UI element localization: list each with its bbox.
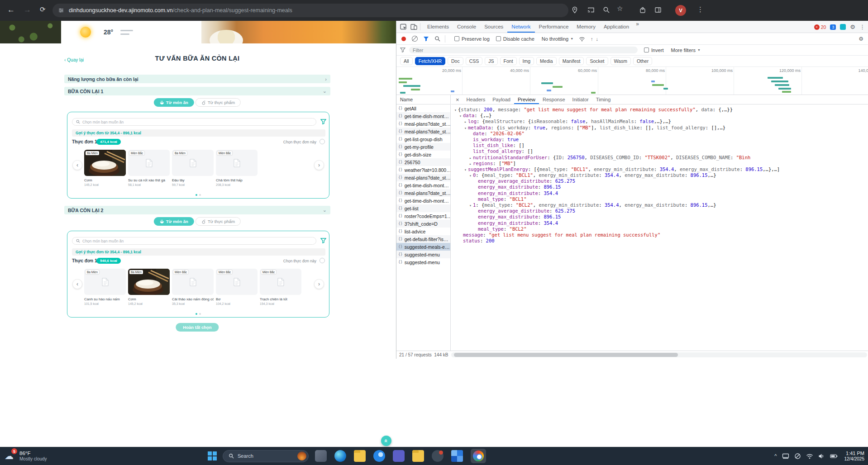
invert-checkbox[interactable]: Invert	[644, 47, 664, 53]
taskbar-app-icon[interactable]	[432, 450, 444, 462]
network-request-row[interactable]: {}roster?codeEmps=1…	[396, 212, 450, 220]
taskbar-clock[interactable]: 1:41 PM 12/4/2025	[844, 451, 865, 461]
network-request-row[interactable]: {}get-time-dish-mont…	[396, 112, 450, 120]
expand-arrow-open-icon[interactable]: ▾	[463, 125, 468, 131]
dot[interactable]	[199, 313, 201, 315]
tray-display-icon[interactable]	[782, 453, 789, 459]
filter-chip-doc[interactable]: Doc	[448, 57, 463, 65]
expand-arrow-closed-icon[interactable]: ▸	[468, 161, 473, 166]
tab-console[interactable]: Console	[453, 21, 480, 33]
filter-chip-fetch-xhr[interactable]: Fetch/XHR	[415, 57, 445, 65]
taskbar-app-icon[interactable]	[334, 450, 346, 462]
filter-chip-wasm[interactable]: Wasm	[610, 57, 631, 65]
network-request-row[interactable]: {}get-default-filter?is…	[396, 235, 450, 243]
detail-tab-timing[interactable]: Timing	[592, 95, 615, 104]
carousel-next-button[interactable]: ›	[314, 279, 324, 289]
carousel-next-button[interactable]: ›	[314, 160, 324, 170]
close-detail-icon[interactable]: ×	[451, 96, 463, 103]
tab-sources[interactable]: Sources	[480, 21, 507, 33]
horizontal-scrollbar[interactable]	[451, 352, 867, 357]
taskbar-app-icon[interactable]	[412, 450, 424, 462]
json-line[interactable]: ▸log: {mealStructure: {isReasonable: fal…	[453, 119, 868, 124]
cast-icon[interactable]	[587, 6, 595, 14]
expand-arrow-open-icon[interactable]: ▾	[468, 203, 473, 208]
tray-offline-icon[interactable]	[794, 453, 801, 460]
browser-menu-kebab-icon[interactable]: ⋮	[697, 5, 704, 14]
filter-chip-all[interactable]: All	[400, 57, 413, 65]
search-network-icon[interactable]	[434, 36, 440, 42]
devtools-settings-gear-icon[interactable]: ⚙	[850, 24, 855, 30]
taskbar-app-icon[interactable]	[451, 450, 463, 462]
choose-menu-radio[interactable]	[320, 258, 325, 263]
search-icon[interactable]	[603, 6, 611, 14]
network-request-row[interactable]: {}getAll	[396, 104, 450, 112]
carousel-prev-button[interactable]: ‹	[72, 279, 82, 289]
filter-chip-css[interactable]: CSS	[466, 57, 483, 65]
tab-performance[interactable]: Performance	[535, 21, 573, 33]
filter-chip-font[interactable]: Font	[500, 57, 517, 65]
network-request-row[interactable]: {}meal-plans?date_st…	[396, 128, 450, 135]
choose-menu-radio[interactable]	[320, 139, 325, 144]
dish-card[interactable]: Ba MiềnĐậu tây59,7 kcal	[172, 150, 214, 186]
network-request-row[interactable]: {}meal-plans?date_st…	[396, 189, 450, 197]
dot[interactable]	[199, 194, 201, 196]
tab-from-dishes[interactable]: Từ món ăn	[154, 217, 194, 226]
taskbar-search[interactable]: Search	[223, 450, 309, 462]
network-request-row[interactable]: {}get-list-group-dish	[396, 135, 450, 143]
dish-search-input[interactable]: Chọn món bạn muốn ăn	[72, 237, 316, 245]
dish-card[interactable]: Miền BắcChả tôm thịt hấp208,3 kcal	[216, 150, 258, 186]
throttling-dropdown[interactable]: No throttling▼	[542, 36, 573, 42]
expand-arrow-open-icon[interactable]: ▾	[468, 173, 473, 178]
extensions-icon[interactable]	[639, 6, 647, 14]
detail-tab-payload[interactable]: Payload	[489, 95, 514, 104]
taskbar-app-icon[interactable]	[354, 450, 366, 462]
network-conditions-icon[interactable]	[579, 36, 585, 42]
network-request-row[interactable]: {}meal-plans?date_st…	[396, 120, 450, 128]
json-line[interactable]: ▾{status: 200, message: "get list menu s…	[453, 107, 868, 113]
tab-network[interactable]: Network	[507, 21, 534, 33]
detail-tab-initiator[interactable]: Initiator	[569, 95, 592, 104]
checkbox[interactable]	[644, 47, 649, 52]
device-toolbar-icon[interactable]	[410, 24, 417, 30]
network-request-row[interactable]: {}suggested-menu	[396, 258, 450, 266]
detail-tab-response[interactable]: Response	[539, 95, 569, 104]
disable-cache-checkbox[interactable]: Disable cache	[496, 36, 534, 42]
filter-input[interactable]: Filter	[409, 47, 638, 53]
carousel-dots[interactable]	[196, 313, 201, 315]
scroll-to-top-button[interactable]: «	[381, 436, 391, 446]
expand-arrow-closed-icon[interactable]: ▸	[463, 119, 468, 124]
checkbox[interactable]	[454, 36, 459, 41]
clear-icon[interactable]	[412, 36, 418, 42]
expand-arrow-open-icon[interactable]: ▾	[463, 167, 468, 172]
network-overview[interactable]: 20,000 ms40,000 ms60,000 ms80,000 ms100,…	[396, 67, 868, 95]
battery-icon[interactable]	[830, 453, 838, 459]
carousel-dots[interactable]	[196, 194, 201, 196]
tab-from-foods[interactable]: Từ thực phẩm	[196, 217, 241, 226]
issues-badge[interactable]: 3	[830, 24, 836, 30]
tab-from-foods[interactable]: Từ thực phẩm	[196, 98, 241, 107]
forward-button[interactable]: →	[24, 5, 31, 14]
side-panel-icon[interactable]	[654, 6, 663, 14]
taskbar-weather-widget[interactable]: ☁5 86°F Mostly cloudy	[5, 448, 47, 464]
dish-card[interactable]: Ba MiềnCơm145,2 kcal	[84, 150, 126, 186]
dish-card[interactable]: Miền BắcSu su cà rốt xào thịt gà58,1 kca…	[128, 150, 170, 186]
back-button[interactable]: ←	[7, 5, 15, 14]
reload-button[interactable]: ⟳	[40, 5, 46, 14]
network-request-row[interactable]: {}get-list	[396, 204, 450, 212]
section-header-meal-1[interactable]: BỮA CÒN LẠI 1 ⌄	[64, 87, 330, 95]
volume-icon[interactable]	[818, 453, 825, 459]
import-har-icon[interactable]: ↑	[591, 36, 593, 42]
taskbar-active-app[interactable]	[471, 449, 486, 463]
export-har-icon[interactable]: ↓	[596, 36, 599, 42]
filter-chip-media[interactable]: Media	[536, 57, 557, 65]
tab-from-dishes[interactable]: Từ món ăn	[154, 98, 194, 107]
inspect-element-icon[interactable]	[400, 24, 407, 30]
profile-avatar[interactable]: V	[675, 5, 686, 16]
network-request-row[interactable]: {}suggested-menu	[396, 251, 450, 258]
filter-chip-img[interactable]: Img	[519, 57, 534, 65]
dot-active[interactable]	[196, 194, 197, 196]
bookmark-star-icon[interactable]: ☆	[617, 5, 623, 13]
taskbar-app-icon[interactable]	[373, 450, 385, 462]
wifi-icon[interactable]	[806, 453, 813, 459]
filter-chip-other[interactable]: Other	[633, 57, 652, 65]
